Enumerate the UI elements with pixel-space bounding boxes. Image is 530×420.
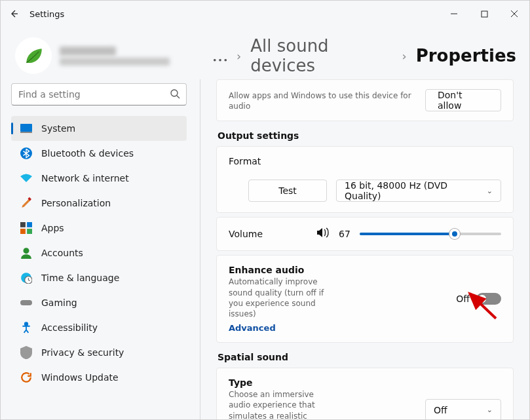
svg-rect-12 — [27, 222, 32, 227]
nav-label: Time & language — [41, 273, 119, 283]
titlebar: Settings — [1, 1, 529, 27]
nav-label: Accessibility — [41, 322, 98, 333]
window-title: Settings — [29, 9, 64, 19]
nav-item-time[interactable]: Time & language — [11, 265, 187, 290]
spatial-type-sub: Choose an immersive audio experience tha… — [229, 389, 318, 419]
chevron-down-icon: ⌄ — [487, 187, 493, 195]
update-icon — [20, 372, 32, 383]
back-button[interactable] — [1, 9, 27, 19]
chevron-down-icon: ⌄ — [487, 406, 493, 414]
chevron-right-icon: › — [402, 49, 407, 63]
search-box[interactable] — [11, 83, 187, 105]
nav-label: Personalization — [41, 198, 111, 208]
test-button[interactable]: Test — [248, 180, 327, 202]
minimize-button[interactable] — [439, 1, 469, 27]
settings-window: Settings — [0, 0, 530, 420]
nav-item-network[interactable]: Network & internet — [11, 166, 187, 191]
spatial-type-value: Off — [434, 405, 447, 415]
nav-label: Accounts — [41, 248, 83, 258]
volume-slider[interactable] — [360, 227, 501, 240]
search-icon — [170, 88, 180, 102]
svg-point-5 — [171, 90, 178, 96]
nav-label: System — [41, 123, 75, 134]
volume-value: 67 — [339, 229, 350, 239]
nav-label: Bluetooth & devices — [41, 148, 134, 159]
nav-item-privacy[interactable]: Privacy & security — [11, 340, 187, 365]
annotation-arrow — [462, 288, 501, 321]
format-card: Format Test 16 bit, 48000 Hz (DVD Qualit… — [216, 146, 514, 213]
nav-item-system[interactable]: System — [11, 116, 187, 141]
wifi-icon — [20, 172, 32, 184]
svg-rect-14 — [27, 229, 32, 234]
svg-line-6 — [177, 96, 180, 98]
profile-block[interactable] — [11, 33, 187, 83]
avatar — [15, 37, 52, 74]
nav-label: Gaming — [41, 297, 77, 308]
gamepad-icon — [20, 297, 32, 309]
format-value: 16 bit, 48000 Hz (DVD Quality) — [345, 180, 480, 201]
volume-label: Volume — [229, 229, 307, 239]
leaf-icon — [22, 45, 45, 67]
output-settings-heading: Output settings — [218, 130, 514, 141]
minimize-icon — [450, 10, 458, 18]
sidebar: System Bluetooth & devices Network & int… — [1, 27, 197, 419]
audio-allow-sub: Allow apps and Windows to use this devic… — [229, 90, 416, 111]
enhance-audio-card[interactable]: Enhance audio Automatically improve soun… — [216, 255, 514, 343]
shield-icon — [20, 347, 32, 358]
close-button[interactable] — [499, 1, 529, 27]
nav-item-update[interactable]: Windows Update — [11, 365, 187, 390]
globe-clock-icon — [20, 272, 32, 284]
enhance-sub: Automatically improve sound quality (tur… — [229, 277, 333, 319]
svg-point-24 — [224, 58, 227, 61]
display-icon — [20, 123, 32, 134]
svg-rect-2 — [482, 11, 487, 17]
breadcrumb-overflow[interactable] — [213, 46, 227, 66]
profile-text — [60, 47, 170, 66]
person-icon — [20, 247, 32, 259]
svg-rect-20 — [20, 300, 32, 305]
breadcrumb: › All sound devices › Properties — [197, 27, 529, 79]
svg-point-22 — [214, 58, 216, 61]
bluetooth-icon — [20, 147, 32, 159]
svg-point-21 — [25, 322, 28, 326]
accessibility-icon — [20, 322, 32, 334]
dots-icon — [213, 58, 227, 62]
svg-point-23 — [219, 58, 221, 61]
nav-item-accounts[interactable]: Accounts — [11, 240, 187, 265]
search-input[interactable] — [11, 83, 187, 105]
nav-list: System Bluetooth & devices Network & int… — [11, 116, 187, 390]
apps-icon — [20, 222, 32, 234]
enhance-advanced-link[interactable]: Advanced — [229, 323, 333, 333]
nav-item-accessibility[interactable]: Accessibility — [11, 315, 187, 340]
breadcrumb-current: Properties — [416, 46, 516, 66]
nav-label: Windows Update — [41, 372, 119, 383]
breadcrumb-parent[interactable]: All sound devices — [250, 36, 392, 75]
arrow-left-icon — [9, 9, 19, 19]
nav-item-apps[interactable]: Apps — [11, 216, 187, 240]
brush-icon — [20, 197, 32, 209]
format-select[interactable]: 16 bit, 48000 Hz (DVD Quality) ⌄ — [336, 180, 501, 202]
speaker-icon — [316, 227, 330, 241]
svg-rect-8 — [20, 132, 32, 133]
volume-card: Volume 67 — [216, 217, 514, 251]
close-icon — [510, 10, 518, 18]
nav-label: Privacy & security — [41, 347, 124, 358]
maximize-button[interactable] — [469, 1, 499, 27]
spatial-sound-heading: Spatial sound — [218, 352, 514, 362]
svg-rect-7 — [20, 124, 32, 132]
nav-item-personalization[interactable]: Personalization — [11, 191, 187, 216]
nav-item-gaming[interactable]: Gaming — [11, 290, 187, 315]
format-label: Format — [229, 156, 501, 166]
svg-line-25 — [470, 294, 496, 318]
enhance-title: Enhance audio — [229, 265, 333, 275]
maximize-icon — [481, 10, 488, 18]
spatial-type-card: Type Choose an immersive audio experienc… — [216, 368, 514, 419]
nav-label: Network & internet — [41, 173, 129, 183]
chevron-right-icon: › — [237, 49, 241, 63]
svg-rect-11 — [20, 222, 26, 227]
audio-allow-card: Allow apps and Windows to use this devic… — [216, 79, 514, 121]
spatial-type-select[interactable]: Off ⌄ — [425, 399, 501, 419]
nav-item-bluetooth[interactable]: Bluetooth & devices — [11, 141, 187, 166]
svg-rect-13 — [20, 229, 26, 234]
dont-allow-button[interactable]: Don't allow — [425, 89, 501, 111]
